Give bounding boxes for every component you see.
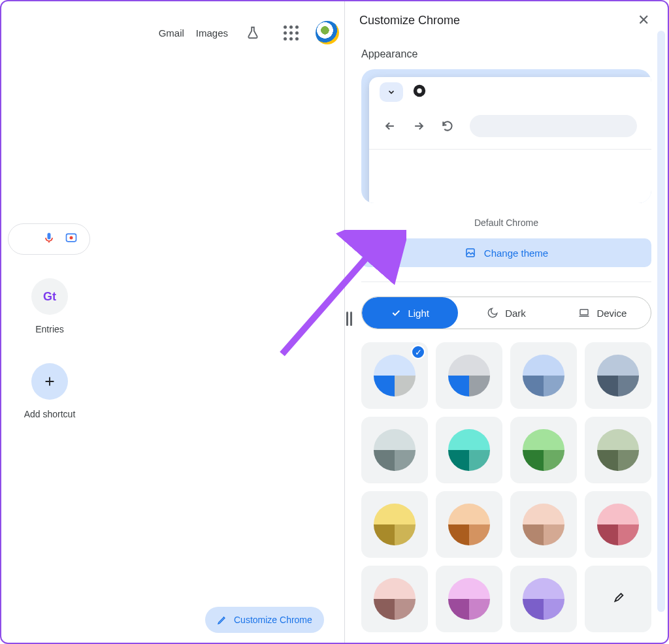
color-swatch[interactable] (361, 566, 428, 632)
avatar[interactable] (316, 21, 339, 44)
color-swatch[interactable] (361, 417, 428, 483)
moon-icon (487, 307, 498, 319)
color-swatch[interactable] (436, 566, 502, 632)
laptop-icon (578, 307, 590, 319)
theme-name: Default Chrome (361, 217, 651, 228)
svg-rect-5 (580, 310, 588, 315)
back-icon (383, 120, 397, 133)
chrome-icon (412, 84, 427, 101)
omnibox-mockup (470, 115, 637, 137)
change-theme-button[interactable]: Change theme (361, 238, 651, 267)
pencil-icon (217, 615, 227, 625)
scrollbar[interactable] (657, 31, 665, 612)
shortcut-entries[interactable]: Gt Entries (13, 278, 86, 334)
reload-icon (441, 120, 454, 133)
mode-light[interactable]: Light (362, 297, 458, 329)
color-swatch[interactable] (510, 566, 577, 632)
images-link[interactable]: Images (196, 27, 228, 39)
panel-title: Customize Chrome (359, 14, 460, 27)
shortcut-label: Entries (35, 324, 64, 334)
color-swatch[interactable] (585, 417, 651, 483)
mockup-toolbar (369, 107, 651, 150)
mode-label: Device (596, 308, 627, 319)
forward-icon (412, 120, 425, 133)
theme-preview (361, 69, 651, 203)
customize-chrome-button[interactable]: Customize Chrome (205, 607, 324, 633)
image-icon (465, 247, 476, 259)
check-icon (391, 308, 401, 318)
color-swatch[interactable] (361, 491, 428, 558)
shortcuts-area: Gt Entries Add shortcut (13, 278, 86, 419)
color-swatch[interactable] (436, 417, 502, 483)
customize-label: Customize Chrome (234, 615, 312, 625)
lens-icon[interactable] (65, 231, 78, 247)
color-swatch[interactable] (585, 342, 651, 409)
shortcut-icon: Gt (31, 278, 68, 315)
divider (361, 282, 651, 282)
color-swatch-grid: ✓ (361, 342, 651, 632)
new-tab-page: Gmail Images Gt Entries Add shortcut (1, 1, 344, 643)
search-box[interactable] (8, 223, 90, 255)
close-icon[interactable]: ✕ (634, 8, 653, 33)
change-theme-label: Change theme (484, 248, 548, 259)
customize-panel: Customize Chrome ✕ Appearance (344, 1, 668, 643)
mode-label: Dark (505, 308, 526, 319)
color-swatch[interactable] (436, 491, 502, 558)
color-swatch[interactable] (585, 491, 651, 558)
labs-icon[interactable] (240, 20, 266, 46)
mic-icon[interactable] (42, 231, 56, 247)
browser-mockup (369, 77, 651, 203)
top-nav: Gmail Images (159, 20, 339, 46)
gmail-link[interactable]: Gmail (159, 27, 184, 39)
color-swatch[interactable]: ✓ (361, 342, 428, 409)
eyedropper-icon (611, 592, 625, 606)
color-swatch[interactable] (510, 417, 577, 483)
panel-body: Appearance Default Chr (345, 39, 668, 643)
mode-toggle: Light Dark Device (361, 297, 651, 329)
svg-point-1 (70, 236, 73, 240)
apps-icon[interactable] (278, 20, 304, 46)
svg-point-3 (417, 88, 421, 93)
panel-header: Customize Chrome ✕ (345, 1, 668, 39)
shortcut-label: Add shortcut (24, 409, 76, 419)
check-icon: ✓ (411, 345, 425, 359)
color-swatch[interactable] (436, 342, 502, 409)
add-shortcut-button[interactable]: Add shortcut (13, 363, 86, 419)
color-swatch[interactable] (510, 342, 577, 409)
plus-icon (31, 363, 68, 400)
chevron-down-icon (380, 82, 403, 102)
svg-rect-4 (466, 249, 474, 257)
color-swatch[interactable] (510, 491, 577, 558)
custom-color-button[interactable] (585, 566, 651, 632)
mockup-tabstrip (369, 77, 651, 107)
mode-device[interactable]: Device (555, 297, 651, 329)
mode-label: Light (408, 308, 429, 319)
appearance-heading: Appearance (361, 48, 651, 60)
gt-logo: Gt (43, 290, 56, 304)
mode-dark[interactable]: Dark (458, 297, 554, 329)
